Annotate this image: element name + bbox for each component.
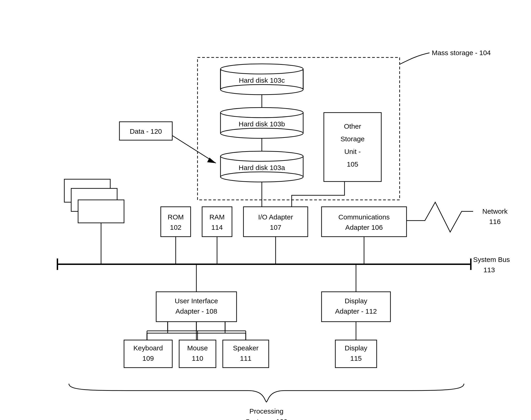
svg-text:Adapter - 108: Adapter - 108	[176, 307, 217, 315]
svg-text:Hard disk 103c: Hard disk 103c	[239, 76, 285, 84]
system-bus-label-1: System Bus	[473, 256, 510, 263]
svg-text:Hard disk 103a: Hard disk 103a	[239, 164, 285, 171]
display-adapter-box	[322, 292, 390, 322]
io-adapter-box	[243, 207, 308, 237]
svg-point-9	[221, 151, 303, 161]
caption-l2: System – 100	[245, 418, 287, 420]
hard-disk-c: Hard disk 103c	[221, 64, 303, 95]
rom-box	[161, 207, 191, 237]
svg-text:I/O Adapter: I/O Adapter	[258, 213, 293, 221]
ui-adapter-box	[156, 292, 236, 322]
svg-text:Communications: Communications	[338, 213, 389, 221]
svg-text:Unit -: Unit -	[344, 148, 361, 155]
svg-text:110: 110	[192, 355, 203, 362]
diagram-canvas: Mass storage - 104 Hard disk 103c Hard d…	[0, 0, 531, 420]
svg-text:107: 107	[270, 224, 281, 231]
svg-text:115: 115	[350, 355, 362, 362]
svg-text:105: 105	[347, 160, 358, 168]
svg-point-1	[221, 64, 303, 74]
svg-text:102: 102	[170, 224, 181, 231]
caption-l1: Processing	[250, 407, 283, 415]
svg-point-10	[221, 172, 303, 182]
ram-box	[202, 207, 232, 237]
stacked-box-front	[78, 200, 124, 223]
data-label: Data - 120	[130, 128, 162, 135]
svg-text:Adapter - 112: Adapter - 112	[335, 307, 377, 315]
mass-storage-leader	[400, 53, 429, 64]
network-label-2: 116	[489, 218, 501, 225]
otherstorage-to-io-connector	[292, 181, 344, 207]
svg-text:Hard disk 103b: Hard disk 103b	[239, 120, 285, 128]
hard-disk-a: Hard disk 103a	[221, 151, 303, 182]
svg-text:114: 114	[211, 224, 223, 231]
svg-point-5	[221, 107, 303, 118]
svg-point-2	[221, 85, 303, 95]
network-label-1: Network	[482, 208, 508, 215]
svg-text:User Interface: User Interface	[175, 297, 218, 305]
svg-text:Speaker: Speaker	[233, 344, 259, 352]
svg-text:111: 111	[240, 355, 251, 362]
svg-text:Mouse: Mouse	[187, 344, 208, 352]
system-bus-label-2: 113	[484, 266, 495, 274]
comm-adapter-box	[322, 207, 407, 237]
svg-text:RAM: RAM	[209, 213, 225, 221]
svg-text:109: 109	[142, 355, 154, 362]
svg-text:Display: Display	[345, 344, 367, 352]
svg-text:Storage: Storage	[340, 135, 365, 143]
hard-disk-b: Hard disk 103b	[221, 107, 303, 138]
bottom-brace	[69, 384, 464, 402]
mass-storage-label: Mass storage - 104	[432, 49, 491, 57]
svg-point-6	[221, 128, 303, 138]
svg-text:Keyboard: Keyboard	[133, 344, 163, 352]
svg-text:Adapter 106: Adapter 106	[345, 224, 383, 231]
svg-text:ROM: ROM	[168, 213, 184, 221]
svg-text:Display: Display	[345, 297, 367, 305]
svg-text:Other: Other	[344, 122, 361, 130]
network-zigzag-icon	[407, 202, 473, 232]
